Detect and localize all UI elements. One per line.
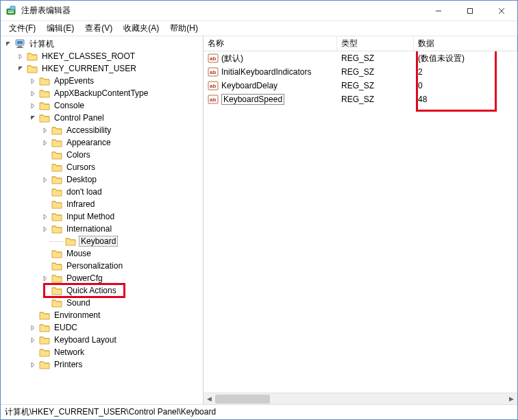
tree-item-network[interactable]: Network: [1, 346, 203, 358]
value-type: REG_SZ: [337, 95, 414, 104]
folder-icon: [51, 150, 62, 160]
list-row[interactable]: ab(默认)REG_SZ(数值未设置): [204, 51, 517, 65]
tree-label: Environment: [53, 310, 101, 320]
svg-rect-4: [8, 12, 14, 13]
value-type: REG_SZ: [337, 81, 414, 90]
svg-rect-7: [468, 8, 473, 13]
tree-item-computer[interactable]: 计算机: [1, 38, 203, 50]
tree-item-mouse[interactable]: Mouse: [1, 247, 203, 260]
value-type: REG_SZ: [337, 67, 414, 77]
maximize-button[interactable]: [454, 1, 486, 21]
expander-icon[interactable]: [28, 323, 38, 332]
expander-icon[interactable]: [40, 273, 50, 283]
scroll-right-arrow[interactable]: ▶: [506, 393, 517, 405]
tree-label: Cursors: [65, 162, 97, 172]
tree-item-printers[interactable]: Printers: [1, 358, 203, 371]
tree-item-kblayout[interactable]: Keyboard Layout: [1, 334, 203, 346]
expander-icon[interactable]: [28, 113, 38, 123]
tree-item-appearance[interactable]: Appearance: [1, 136, 203, 149]
titlebar: 注册表编辑器: [1, 1, 517, 21]
expander-icon[interactable]: [16, 64, 25, 73]
app-icon: [6, 5, 17, 16]
tree-item-infrared[interactable]: Infrared: [1, 198, 203, 210]
column-data[interactable]: 数据: [414, 36, 517, 51]
expander-icon[interactable]: [40, 138, 50, 147]
folder-icon: [14, 39, 25, 49]
tree-item-eudc[interactable]: EUDC: [1, 321, 203, 334]
expander-icon[interactable]: [40, 212, 50, 221]
tree-label: 计算机: [28, 38, 56, 50]
tree-item-hkcu[interactable]: HKEY_CURRENT_USER: [1, 62, 203, 75]
expander-icon[interactable]: [40, 175, 50, 184]
expander-icon[interactable]: [28, 101, 38, 110]
expander-icon[interactable]: [3, 39, 13, 49]
tree-label: Control Panel: [53, 113, 106, 123]
minimize-button[interactable]: [423, 1, 454, 21]
tree-item-control-panel[interactable]: Control Panel: [1, 112, 203, 124]
tree-item-cursors[interactable]: Cursors: [1, 161, 203, 173]
tree-label: Keyboard Layout: [53, 335, 118, 345]
svg-rect-1: [8, 10, 10, 12]
tree-item-inputmethod[interactable]: Input Method: [1, 210, 203, 223]
tree-label: PowerCfg: [65, 273, 104, 283]
tree-item-accessibility[interactable]: Accessibility: [1, 124, 203, 136]
menu-view[interactable]: 查看(V): [79, 21, 118, 36]
list-row[interactable]: abKeyboardDelayREG_SZ0: [204, 79, 517, 92]
list-row[interactable]: abInitialKeyboardIndicatorsREG_SZ2: [204, 65, 517, 79]
tree-item-hkcr[interactable]: HKEY_CLASSES_ROOT: [1, 50, 203, 62]
tree-item-appevents[interactable]: AppEvents: [1, 75, 203, 87]
tree-item-sound[interactable]: Sound: [1, 297, 203, 309]
expander-icon[interactable]: [28, 88, 38, 98]
tree-label: Input Method: [65, 212, 116, 221]
tree-item-colors[interactable]: Colors: [1, 149, 203, 161]
string-value-icon: ab: [208, 80, 219, 91]
tree-label: Mouse: [65, 249, 92, 258]
value-name: KeyboardDelay: [221, 81, 337, 90]
expander-icon[interactable]: [28, 76, 38, 86]
scroll-thumb[interactable]: [215, 395, 270, 404]
horizontal-scrollbar[interactable]: ◀ ▶: [204, 393, 517, 404]
expander-icon[interactable]: [28, 335, 38, 345]
menu-edit[interactable]: 编辑(E): [41, 21, 79, 36]
tree-item-dontload[interactable]: don't load: [1, 186, 203, 198]
tree-pane[interactable]: 计算机HKEY_CLASSES_ROOTHKEY_CURRENT_USERApp…: [1, 36, 204, 404]
tree-item-powercfg[interactable]: PowerCfg: [1, 272, 203, 284]
string-value-icon: ab: [208, 94, 219, 105]
svg-text:ab: ab: [210, 55, 216, 62]
folder-icon: [39, 310, 50, 320]
tree-item-keyboard[interactable]: Keyboard: [1, 235, 203, 247]
folder-icon: [39, 335, 50, 345]
expander-icon[interactable]: [40, 224, 50, 234]
tree-item-quickactions[interactable]: Quick Actions: [1, 284, 203, 297]
tree-item-personalization[interactable]: Personalization: [1, 260, 203, 272]
tree-label: HKEY_CURRENT_USER: [40, 64, 138, 73]
list-body[interactable]: ab(默认)REG_SZ(数值未设置)abInitialKeyboardIndi…: [204, 51, 517, 393]
menu-file[interactable]: 文件(F): [3, 21, 41, 36]
tree-item-environment[interactable]: Environment: [1, 309, 203, 321]
column-type[interactable]: 类型: [337, 36, 414, 51]
tree-label: Sound: [65, 298, 92, 308]
folder-icon: [39, 113, 50, 123]
svg-rect-2: [10, 10, 12, 12]
menu-help[interactable]: 帮助(H): [164, 21, 204, 36]
expander-icon[interactable]: [16, 51, 25, 61]
folder-icon: [27, 51, 38, 61]
close-button[interactable]: [486, 1, 517, 21]
tree-item-international[interactable]: International: [1, 223, 203, 235]
value-type: REG_SZ: [337, 53, 414, 63]
tree-item-desktop[interactable]: Desktop: [1, 173, 203, 186]
value-name: KeyboardSpeed: [221, 94, 284, 105]
tree-label: Network: [53, 347, 86, 357]
scroll-left-arrow[interactable]: ◀: [204, 393, 215, 405]
expander-icon[interactable]: [28, 360, 38, 369]
value-data: 0: [414, 81, 517, 90]
tree-item-console[interactable]: Console: [1, 99, 203, 112]
menu-favorites[interactable]: 收藏夹(A): [118, 21, 164, 36]
string-value-icon: ab: [208, 66, 219, 77]
list-row[interactable]: abKeyboardSpeedREG_SZ48: [204, 92, 517, 106]
expander-icon[interactable]: [40, 125, 50, 135]
tree-item-appx[interactable]: AppXBackupContentType: [1, 87, 203, 99]
folder-icon: [39, 360, 50, 369]
column-name[interactable]: 名称: [204, 36, 337, 51]
svg-rect-5: [10, 6, 15, 10]
